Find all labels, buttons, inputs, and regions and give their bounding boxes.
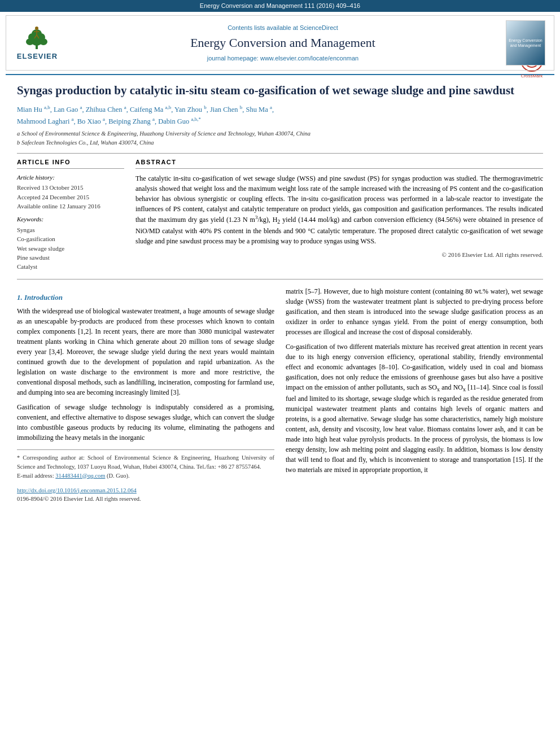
journal-cover-thumbnail: Energy Conversion and Management [506,20,545,65]
body-right-column: matrix [5–7]. However, due to high moist… [286,286,543,504]
email-link[interactable]: 314483441@qq.com [55,473,105,479]
journal-title: Energy Conversion and Management [63,34,503,52]
keyword-4: Pine sawdust [17,254,124,262]
article-info-column: ARTICLE INFO Article history: Received 1… [17,158,124,272]
keywords-section: Keywords: Syngas Co-gasification Wet sew… [17,215,124,271]
body-left-column: 1. Introduction With the widespread use … [17,286,274,504]
doi-link-area: http://dx.doi.org/10.1016/j.enconman.201… [17,486,274,495]
footnote-area: * Corresponding author at: School of Env… [17,449,274,504]
footnote-corresponding: * Corresponding author at: School of Env… [17,453,274,471]
journal-ref-text: Energy Conversion and Management 111 (20… [200,2,360,9]
journal-reference-bar: Energy Conversion and Management 111 (20… [0,0,560,12]
abstract-text: The catalytic in-situ co-gasification of… [135,173,543,246]
footnote-email: E-mail address: 314483441@qq.com (D. Guo… [17,471,274,480]
right-paragraph-2: Co-gasification of two different materia… [286,342,543,475]
intro-heading: 1. Introduction [17,292,274,303]
journal-thumb-area: Energy Conversion and Management [503,20,548,65]
right-paragraph-1: matrix [5–7]. However, due to high moist… [286,286,543,337]
contents-available-line: Contents lists available at ScienceDirec… [63,24,503,32]
journal-center-info: Contents lists available at ScienceDirec… [63,24,503,63]
abstract-heading: ABSTRACT [135,158,543,169]
journal-header: ELSEVIER Contents lists available at Sci… [6,15,554,71]
crossmark-label: CrossMark [521,73,543,79]
body-columns: 1. Introduction With the widespread use … [17,286,543,504]
doi-link[interactable]: http://dx.doi.org/10.1016/j.enconman.201… [17,487,137,493]
authors-text: Mian Hu a,b, Lan Gao a, Zhihua Chen a, C… [17,106,274,113]
header-divider [6,74,554,75]
authors-line: Mian Hu a,b, Lan Gao a, Zhihua Chen a, C… [17,103,543,127]
keyword-5: Catalyst [17,263,124,271]
intro-paragraph-2: Gasification of sewage sludge technology… [17,402,274,443]
intro-paragraph-1: With the widespread use of biological wa… [17,306,274,397]
keyword-1: Syngas [17,226,124,234]
affil-1: a School of Environmental Science & Engi… [17,129,543,138]
paper-title: Syngas production by catalytic in-situ s… [17,83,543,98]
keyword-2: Co-gasification [17,235,124,243]
elsevier-tree-icon [21,25,53,50]
accepted-date: Accepted 24 December 2015 [17,193,124,202]
available-date: Available online 12 January 2016 [17,202,124,211]
journal-homepage: journal homepage: www.elsevier.com/locat… [63,54,503,63]
issn-line: 0196-8904/© 2016 Elsevier Ltd. All right… [17,495,274,504]
elsevier-logo: ELSEVIER [17,25,58,62]
keyword-3: Wet sewage sludge [17,244,124,253]
sciencedirect-link[interactable]: ScienceDirect [300,24,338,31]
history-label: Article history: [17,173,124,182]
received-date: Received 13 October 2015 [17,184,124,192]
abstract-column: ABSTRACT The catalytic in-situ co-gasifi… [135,158,543,272]
affil-2: b Safeclean Technologies Co., Ltd, Wuhan… [17,138,543,147]
authors-text-2: Mahmood Laghari a, Bo Xiao a, Beiping Zh… [17,117,201,125]
elsevier-logo-area: ELSEVIER [12,25,63,62]
affiliations-area: a School of Environmental Science & Engi… [17,129,543,147]
copyright-text: © 2016 Elsevier Ltd. All rights reserved… [135,251,543,259]
homepage-url[interactable]: www.elsevier.com/locate/enconman [260,55,358,62]
paper-content-area: CrossMark CrossMark Syngas production by… [0,83,560,504]
keywords-label: Keywords: [17,215,124,224]
elsevier-wordmark: ELSEVIER [17,51,58,62]
info-abstract-columns: ARTICLE INFO Article history: Received 1… [17,158,543,272]
article-info-heading: ARTICLE INFO [17,158,124,169]
content-divider-1 [17,153,543,154]
content-divider-2 [17,279,543,279]
svg-point-7 [35,27,38,30]
